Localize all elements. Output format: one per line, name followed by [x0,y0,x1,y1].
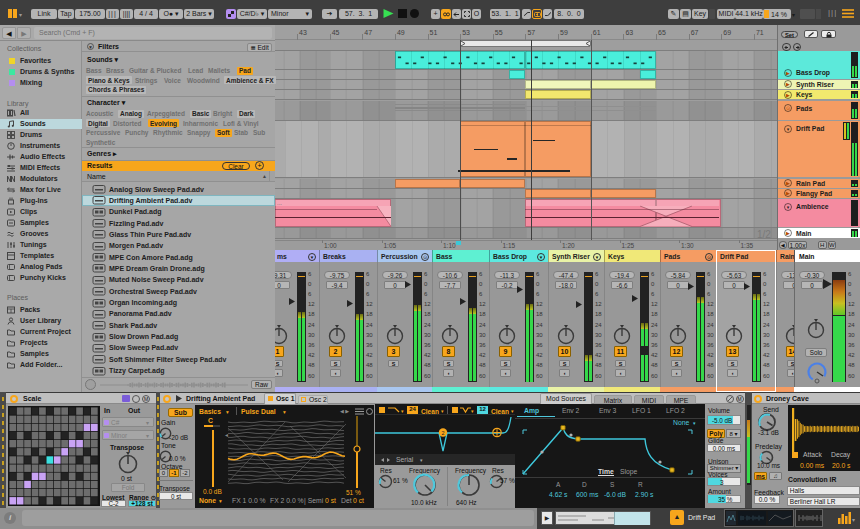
svg-text:2: 2 [441,430,444,436]
